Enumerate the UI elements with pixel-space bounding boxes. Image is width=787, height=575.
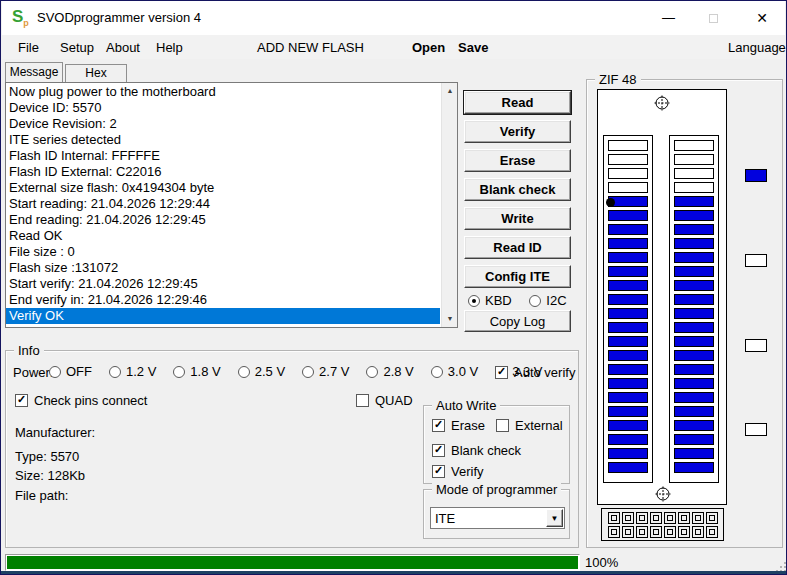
zif-pin-slot xyxy=(674,252,714,263)
auto-verify-checkbox-box xyxy=(495,366,508,379)
zif-pin-slot xyxy=(608,238,648,249)
zif-group-label: ZIF 48 xyxy=(595,72,641,87)
read-button[interactable]: Read xyxy=(464,91,571,114)
tab-hex-viewer[interactable]: Hex Viewer xyxy=(65,64,127,82)
power-radio-label: 3.0 V xyxy=(448,364,478,379)
radio-circle-icon xyxy=(49,366,61,378)
blank-check-button[interactable]: Blank check xyxy=(464,178,571,201)
connector-cell-inner xyxy=(681,529,687,535)
copy-log-button[interactable]: Copy Log xyxy=(464,310,571,332)
log-line[interactable]: Flash ID External: C22016 xyxy=(6,164,440,180)
close-button[interactable]: ✕ xyxy=(736,1,787,35)
connector-cell xyxy=(664,526,676,538)
quad-checkbox[interactable]: QUAD xyxy=(356,393,413,408)
kbd-radio[interactable]: KBD xyxy=(468,293,512,308)
power-radio-2.5v[interactable]: 2.5 V xyxy=(238,364,285,379)
verify-button[interactable]: Verify xyxy=(464,120,571,143)
aw-external-checkbox-box xyxy=(496,419,509,432)
zif-connector-grid xyxy=(601,508,724,541)
erase-button[interactable]: Erase xyxy=(464,149,571,172)
connector-cell-inner xyxy=(639,515,645,521)
radio-circle-icon xyxy=(173,366,185,378)
power-radio-label: 2.7 V xyxy=(319,364,349,379)
socket-screw-bottom-icon xyxy=(654,485,672,503)
info-group-label: Info xyxy=(14,343,44,358)
auto-write-group-label: Auto Write xyxy=(432,398,500,413)
minimize-button[interactable]: — xyxy=(646,1,691,35)
power-radio-1.8v[interactable]: 1.8 V xyxy=(173,364,220,379)
scroll-up-icon[interactable]: ▲ xyxy=(442,83,458,99)
log-line[interactable]: Start verify: 21.04.2026 12:29:45 xyxy=(6,276,440,292)
menu-about[interactable]: About xyxy=(106,39,140,56)
chevron-down-icon[interactable]: ▼ xyxy=(546,509,563,527)
log-scrollbar[interactable]: ▲ ▼ xyxy=(441,83,457,327)
connector-cell xyxy=(608,526,620,538)
aw-verify-checkbox[interactable]: Verify xyxy=(432,464,484,479)
power-radio-label: 2.8 V xyxy=(383,364,413,379)
zif-pin-slot xyxy=(608,294,648,305)
connector-cell-inner xyxy=(667,515,673,521)
power-radio-1.2v[interactable]: 1.2 V xyxy=(109,364,156,379)
menu-language[interactable]: Language xyxy=(728,39,786,56)
i2c-radio[interactable]: I2C xyxy=(529,293,566,308)
i2c-radio-circle xyxy=(529,295,541,307)
progress-bar xyxy=(5,554,580,571)
check-pins-checkbox[interactable]: Check pins connect xyxy=(15,393,147,408)
status-bar: 100% xyxy=(1,552,786,572)
auto-write-group: Auto Write Erase External Blank check Ve… xyxy=(423,405,570,484)
log-line[interactable]: Read OK xyxy=(6,228,440,244)
log-line[interactable]: File size : 0 xyxy=(6,244,440,260)
manufacturer-label: Manufacturer: xyxy=(15,425,95,440)
config-ite-button[interactable]: Config ITE xyxy=(464,265,571,288)
aw-blank-check-checkbox[interactable]: Blank check xyxy=(432,443,521,458)
check-pins-checkbox-box xyxy=(15,394,28,407)
log-line[interactable]: External size flash: 0x4194304 byte xyxy=(6,180,440,196)
connector-cell xyxy=(636,512,648,524)
file-path-label: File path: xyxy=(15,488,68,503)
log-line[interactable]: Verify OK xyxy=(6,308,440,324)
aw-external-checkbox[interactable]: External xyxy=(496,418,563,433)
zif-pin-slot xyxy=(608,364,648,375)
log-line[interactable]: Start reading: 21.04.2026 12:29:44 xyxy=(6,196,440,212)
log-line[interactable]: Flash size :131072 xyxy=(6,260,440,276)
aw-external-label: External xyxy=(515,418,563,433)
log-line[interactable]: ITE series detected xyxy=(6,132,440,148)
power-radio-2.7v[interactable]: 2.7 V xyxy=(302,364,349,379)
maximize-button[interactable] xyxy=(691,1,736,35)
aw-verify-label: Verify xyxy=(451,464,484,479)
menu-setup[interactable]: Setup xyxy=(60,39,94,56)
zif-pin-slot xyxy=(608,406,648,417)
power-radio-3.0v[interactable]: 3.0 V xyxy=(431,364,478,379)
aw-blank-check-label: Blank check xyxy=(451,443,521,458)
log-line[interactable]: End verify in: 21.04.2026 12:29:46 xyxy=(6,292,440,308)
title-bar: Sp SVODprogrammer version 4 — ✕ xyxy=(2,1,785,35)
log-line[interactable]: Device ID: 5570 xyxy=(6,100,440,116)
resize-grip[interactable] xyxy=(780,566,782,568)
auto-verify-checkbox[interactable]: Auto verify xyxy=(495,365,575,380)
power-radio-off[interactable]: OFF xyxy=(49,364,92,379)
menu-help[interactable]: Help xyxy=(156,39,183,56)
aw-erase-checkbox[interactable]: Erase xyxy=(432,418,485,433)
tab-message[interactable]: Message xyxy=(5,62,63,82)
zif-pin-slot xyxy=(674,350,714,361)
power-radio-2.8v[interactable]: 2.8 V xyxy=(366,364,413,379)
scroll-down-icon[interactable]: ▼ xyxy=(442,311,458,327)
write-button[interactable]: Write xyxy=(464,207,571,230)
menu-file[interactable]: File xyxy=(18,39,39,56)
log-line[interactable]: Device Revision: 2 xyxy=(6,116,440,132)
zif-pin-slot xyxy=(608,448,648,459)
read-id-button[interactable]: Read ID xyxy=(464,236,571,259)
menu-save[interactable]: Save xyxy=(458,39,488,56)
kbd-radio-circle xyxy=(468,295,480,307)
zif-pin-slot xyxy=(608,266,648,277)
log-line[interactable]: Now plug power to the motherboard xyxy=(6,84,440,100)
window-title: SVODprogrammer version 4 xyxy=(37,10,201,25)
aw-erase-label: Erase xyxy=(451,418,485,433)
menu-open[interactable]: Open xyxy=(412,39,445,56)
log-line[interactable]: Flash ID Internal: FFFFFE xyxy=(6,148,440,164)
menu-add-new-flash[interactable]: ADD NEW FLASH xyxy=(257,39,364,56)
mode-combobox[interactable]: ITE ▼ xyxy=(430,507,565,529)
power-radio-label: 2.5 V xyxy=(255,364,285,379)
power-radio-label: 1.2 V xyxy=(126,364,156,379)
log-line[interactable]: End reading: 21.04.2026 12:29:45 xyxy=(6,212,440,228)
